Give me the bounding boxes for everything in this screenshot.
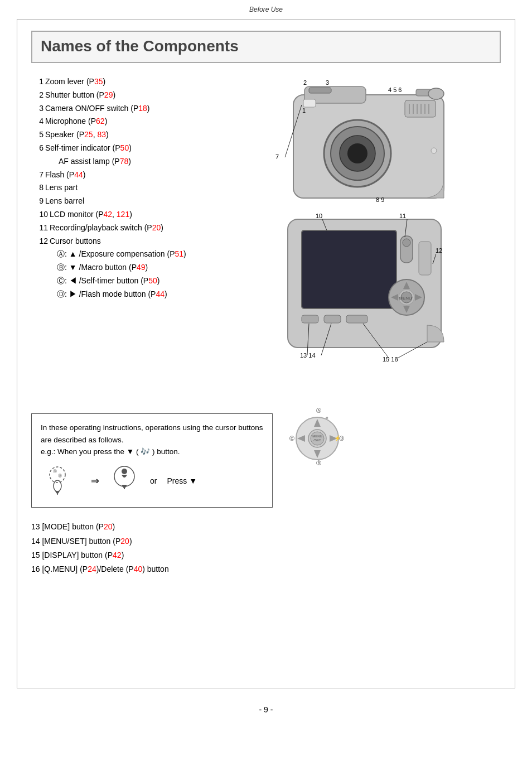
cursor-item-b: Ⓑ: ▼ /Macro button (P49) <box>57 261 265 274</box>
svg-text:ⓖ: ⓖ <box>58 474 62 478</box>
info-section: In these operating instructions, operati… <box>31 402 501 508</box>
list-item: 11 Recording/playback switch (P20) <box>31 221 265 235</box>
svg-text:12: 12 <box>436 247 442 254</box>
svg-text:MENU: MENU <box>312 435 322 438</box>
page-title: Names of the Components <box>41 37 239 55</box>
camera-front-diagram: 3 2 1 4 5 6 7 8 9 <box>271 78 501 208</box>
title-section: Names of the Components <box>31 31 501 63</box>
svg-text:Ⓒ: Ⓒ <box>289 436 294 441</box>
list-item: 12 Cursor buttons <box>31 235 265 248</box>
svg-text:7: 7 <box>275 153 279 160</box>
svg-text:4  5  6: 4 5 6 <box>388 86 402 93</box>
svg-text:ⓢ: ⓢ <box>53 469 57 473</box>
svg-point-9 <box>428 88 444 99</box>
list-item: 4 Microphone (P62) <box>31 115 265 128</box>
arrow-right-symbol: ⇒ <box>91 473 99 489</box>
diagram-row: ⓢ ⓖ ⇒ <box>41 462 263 500</box>
svg-text:11: 11 <box>399 214 406 219</box>
or-text: or <box>150 475 157 487</box>
cursor-sublist: Ⓐ: ▲ /Exposure compensation (P51) Ⓑ: ▼ /… <box>57 248 265 301</box>
camera-diagrams: 3 2 1 4 5 6 7 8 9 <box>271 75 501 394</box>
svg-point-17 <box>431 148 437 153</box>
svg-text:2: 2 <box>303 79 307 86</box>
header-title: Before Use <box>249 6 283 13</box>
content-area: 1 Zoom lever (P35) 2 Shutter button (P29… <box>31 75 501 394</box>
list-item: 10 LCD monitor (P42, 121) <box>31 208 265 221</box>
svg-rect-29 <box>419 242 431 275</box>
svg-rect-26 <box>302 230 396 308</box>
list-item-15: 15 [DISPLAY] button (P42) <box>31 548 501 562</box>
list-item-16: 16 [Q.MENU] (P24)/Delete (P40) button <box>31 562 501 576</box>
svg-point-60 <box>122 469 127 474</box>
svg-point-28 <box>403 239 410 247</box>
list-item: 3 Camera ON/OFF switch (P18) <box>31 102 265 115</box>
svg-rect-8 <box>309 88 331 93</box>
svg-text:/SET: /SET <box>313 438 321 442</box>
touch-gesture-diagram: ⓢ ⓖ <box>41 462 81 500</box>
list-item-13: 13 [MODE] button (P20) <box>31 520 501 534</box>
list-item-14: 14 [MENU/SET] button (P20) <box>31 534 501 548</box>
page-header: Before Use <box>0 0 532 16</box>
svg-rect-39 <box>324 315 341 323</box>
svg-marker-56 <box>55 491 60 494</box>
cursor-item-a: Ⓐ: ▲ /Exposure compensation (P51) <box>57 248 265 261</box>
svg-point-5 <box>347 143 367 163</box>
svg-text:3: 3 <box>326 79 329 86</box>
page-number: - 9 - <box>0 705 532 714</box>
target-diagram <box>109 462 140 500</box>
svg-text:15  16: 15 16 <box>383 356 398 363</box>
components-list: 1 Zoom lever (P35) 2 Shutter button (P29… <box>31 75 265 248</box>
cursor-reference-diagram: MENU /SET ⚡ Ⓐ Ⓑ Ⓒ Ⓓ ± <box>284 402 351 471</box>
svg-rect-40 <box>346 315 367 323</box>
cursor-item-c: Ⓒ: ◀ /Self-timer button (P50) <box>57 274 265 288</box>
components-list-column: 1 Zoom lever (P35) 2 Shutter button (P29… <box>31 75 265 394</box>
svg-text:10: 10 <box>316 214 322 219</box>
list-item: 5 Speaker (P25, 83) <box>31 128 265 142</box>
list-item: 8 Lens part <box>31 181 265 195</box>
svg-text:Ⓓ: Ⓓ <box>339 436 344 441</box>
svg-text:±: ± <box>326 415 328 420</box>
svg-text:8    9: 8 9 <box>376 196 384 203</box>
info-line-3: e.g.: When you press the ▼ ( 🎶 ) button. <box>41 446 263 458</box>
svg-text:MENU: MENU <box>399 296 412 301</box>
list-item: 7 Flash (P44) <box>31 168 265 182</box>
bottom-components-list: 13 [MODE] button (P20) 14 [MENU/SET] but… <box>31 520 501 576</box>
svg-rect-38 <box>302 315 318 323</box>
list-item: 2 Shutter button (P29) <box>31 89 265 102</box>
svg-point-54 <box>54 480 61 491</box>
svg-text:13   14: 13 14 <box>300 352 316 359</box>
cursor-item-d: Ⓓ: ▶ /Flash mode button (P44) <box>57 288 265 301</box>
list-item: 6 Self-timer indicator (P50) <box>31 142 265 155</box>
svg-text:1: 1 <box>302 107 306 114</box>
svg-text:Ⓐ: Ⓐ <box>316 408 321 413</box>
info-box: In these operating instructions, operati… <box>31 413 273 508</box>
list-item: 9 Lens barrel <box>31 195 265 208</box>
info-line-1: In these operating instructions, operati… <box>41 422 263 434</box>
list-item: 1 Zoom lever (P35) <box>31 75 265 89</box>
page-border: Names of the Components 1 Zoom lever (P3… <box>17 19 515 688</box>
svg-rect-6 <box>303 99 316 107</box>
svg-text:Ⓑ: Ⓑ <box>316 460 321 466</box>
press-text: Press ▼ <box>167 475 197 487</box>
camera-back-diagram: MENU 10 11 12 <box>271 214 501 394</box>
list-item: AF assist lamp (P78) <box>31 155 265 168</box>
info-box-text: In these operating instructions, operati… <box>41 422 263 499</box>
info-line-2: are described as follows. <box>41 434 263 446</box>
